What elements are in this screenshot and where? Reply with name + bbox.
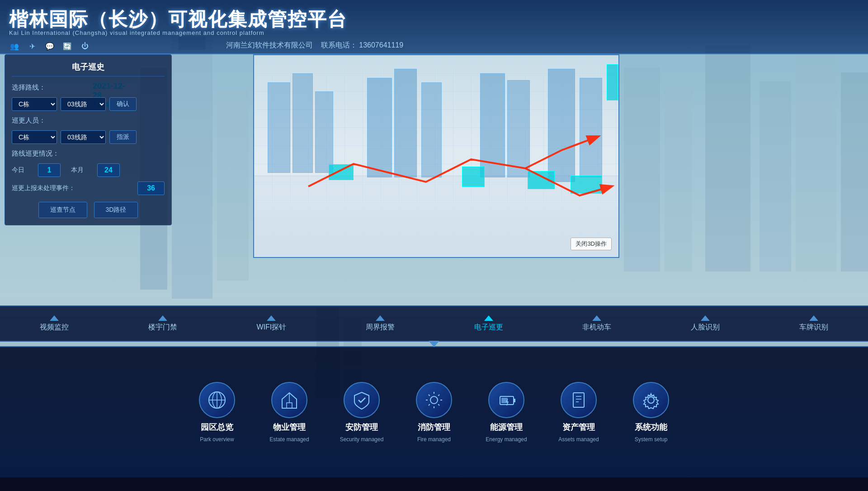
nav-item-video[interactable]: 视频监控 (33, 313, 75, 334)
route-3d-button[interactable]: 3D路径 (94, 202, 138, 218)
module-energy[interactable]: 能源管理 Energy managed (475, 377, 538, 447)
module-icon-energy (488, 382, 524, 418)
module-system[interactable]: 系统功能 System setup (619, 377, 683, 447)
ground-plane (254, 176, 618, 257)
down-arrow-container (429, 341, 439, 347)
nav-item-face[interactable]: 人脸识别 (684, 313, 726, 334)
month-label: 本月 (71, 166, 94, 174)
svg-line-29 (429, 404, 430, 405)
unhandled-row: 巡更上报未处理事件： 36 (12, 181, 165, 195)
route-select-building[interactable]: C栋 (12, 97, 57, 111)
nav-item-nonmotor[interactable]: 非机动车 (576, 313, 618, 334)
nav-label-plate: 车牌识别 (799, 323, 828, 332)
bottom-strip (0, 477, 868, 491)
nav-label-video: 视频监控 (40, 323, 69, 332)
svg-rect-4 (624, 68, 660, 272)
module-name-en-security: Security managed (340, 436, 384, 443)
header-icons: 👥 ✈ 💬 🔄 ⏻ 2021-12-28 10:48:20 (9, 41, 90, 52)
nav-item-perimeter[interactable]: 周界报警 (359, 313, 401, 334)
today-stats-row: 今日 1 本月 24 (12, 163, 165, 177)
patrol-select-building[interactable]: C栋 (12, 130, 57, 144)
nav-arrow-up-plate (809, 315, 818, 321)
left-panel: 电子巡史 选择路线： C栋 03线路 确认 巡更人员： C栋 03线路 指派 (5, 54, 172, 230)
patrol-inputs: C栋 03线路 指派 (12, 130, 165, 144)
company-name: 河南兰幻软件技术有限公司 (226, 41, 313, 49)
confirm-button[interactable]: 确认 (109, 97, 137, 111)
module-name-en-estate: Estate managed (269, 436, 309, 443)
svg-rect-5 (665, 91, 692, 272)
highlight-building (607, 64, 618, 100)
building-1 (268, 82, 290, 173)
svg-rect-33 (573, 393, 584, 407)
nav-item-access[interactable]: 楼宇门禁 (142, 313, 184, 334)
nav-item-patrol[interactable]: 电子巡更 (467, 313, 510, 334)
route-status-label: 路线巡更情况： (12, 149, 59, 158)
module-estate[interactable]: 物业管理 Estate managed (258, 377, 321, 447)
module-name-cn-estate: 物业管理 (273, 422, 306, 433)
nav-item-wifi[interactable]: WIFI探针 (250, 313, 293, 334)
building-10 (580, 78, 602, 177)
chat-icon[interactable]: 💬 (44, 41, 55, 52)
nav-arrow-up-nonmotor (592, 315, 601, 321)
building-7 (480, 73, 505, 177)
user-icon[interactable]: 👥 (9, 41, 20, 52)
inspect-button[interactable]: 巡查节点 (38, 202, 87, 218)
module-name-cn-system: 系统功能 (635, 422, 667, 433)
patrol-select-line[interactable]: 03线路 (61, 130, 106, 144)
svg-line-27 (438, 404, 439, 405)
cyan-box-3 (528, 171, 555, 189)
building-9 (548, 69, 575, 182)
panel-title: 电子巡史 (12, 62, 165, 76)
nav-label-wifi: WIFI探针 (256, 323, 286, 332)
nav-label-patrol: 电子巡更 (474, 323, 503, 332)
svg-rect-9 (841, 72, 868, 272)
module-name-en-park: Park overview (200, 436, 234, 443)
reload-icon[interactable]: 🔄 (62, 41, 73, 52)
power-icon[interactable]: ⏻ (80, 41, 90, 52)
svg-rect-6 (705, 45, 750, 272)
nav-arrow-up-patrol (484, 315, 493, 321)
app-title-en: Kai Lin International (Changsha) visual … (9, 29, 264, 36)
svg-point-37 (648, 397, 654, 403)
nav-label-perimeter: 周界报警 (366, 323, 395, 332)
plane-icon[interactable]: ✈ (27, 41, 38, 52)
svg-rect-31 (514, 399, 515, 402)
contact-label: 联系电话： (321, 41, 357, 49)
module-name-en-system: System setup (635, 436, 668, 443)
nav-label-face: 人脸识别 (691, 323, 720, 332)
building-3 (315, 91, 333, 173)
module-assets[interactable]: 资产管理 Assets managed (547, 377, 610, 447)
cyan-box-4 (571, 176, 602, 194)
module-park-overview[interactable]: 园区总览 Park overview (185, 377, 249, 447)
module-security[interactable]: 安防管理 Security managed (330, 377, 393, 447)
unhandled-value: 36 (137, 181, 165, 195)
module-icon-estate (271, 382, 307, 418)
nav-arrow-up-wifi (267, 315, 276, 321)
svg-rect-2 (217, 91, 249, 281)
viewport-inner: 关闭3D操作 (254, 55, 618, 257)
cyan-box-2 (462, 167, 485, 187)
svg-rect-8 (796, 54, 836, 272)
module-name-cn-energy: 能源管理 (490, 422, 523, 433)
building-6 (421, 82, 442, 177)
nav-item-plate[interactable]: 车牌识别 (793, 313, 835, 334)
today-value: 1 (38, 163, 61, 177)
patrol-row: 巡更人员： (12, 116, 165, 125)
route-select-line[interactable]: 03线路 (61, 97, 106, 111)
route-label: 选择路线： (12, 83, 46, 92)
month-value: 24 (97, 163, 120, 177)
nav-arrow-up-face (701, 315, 710, 321)
building-8 (507, 80, 530, 177)
nav-arrow-up-video (50, 315, 59, 321)
module-fire[interactable]: 消防管理 Fire managed (402, 377, 466, 447)
viewport-3d[interactable]: 关闭3D操作 (253, 54, 619, 258)
module-name-en-fire: Fire managed (417, 436, 451, 443)
close-3d-button[interactable]: 关闭3D操作 (571, 238, 612, 250)
module-name-cn-park: 园区总览 (201, 422, 233, 433)
company-info: 河南兰幻软件技术有限公司 联系电话： 13607641119 (226, 41, 403, 50)
patrol-label: 巡更人员： (12, 116, 46, 125)
patrol-panel: 电子巡史 选择路线： C栋 03线路 确认 巡更人员： C栋 03线路 指派 (5, 54, 172, 225)
module-name-en-assets: Assets managed (558, 436, 599, 443)
route-row: 选择路线： (12, 83, 165, 92)
assign-button[interactable]: 指派 (109, 130, 137, 144)
